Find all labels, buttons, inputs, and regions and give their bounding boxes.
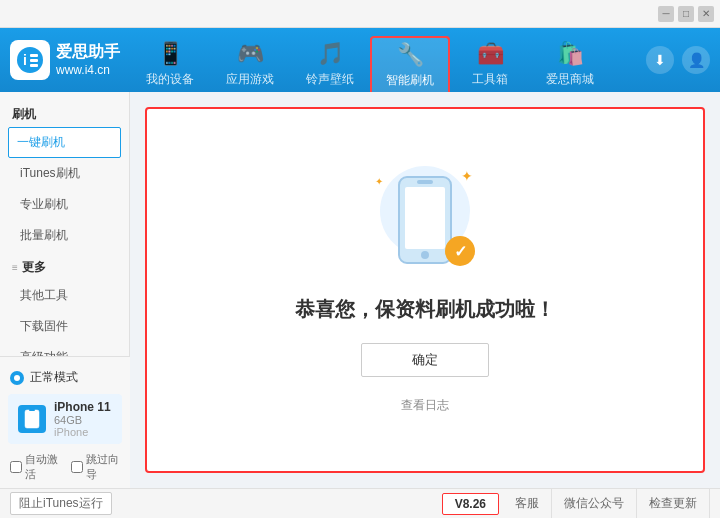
device-mode-label: 正常模式 [30,369,78,386]
device-info: iPhone 11 64GB iPhone [8,394,122,444]
tab-store[interactable]: 🛍️ 爱思商城 [530,36,610,92]
window-controls[interactable]: ─ □ ✕ [658,6,714,22]
apps-games-icon: 🎮 [237,41,264,67]
device-icon [18,405,46,433]
svg-rect-3 [30,59,38,62]
tab-apps-games-label: 应用游戏 [226,71,274,88]
stop-itunes-button[interactable]: 阻止iTunes运行 [10,492,112,515]
support-link[interactable]: 客服 [503,489,552,518]
nav-tabs: 📱 我的设备 🎮 应用游戏 🎵 铃声壁纸 🔧 智能刷机 🧰 工具箱 🛍️ 爱思商… [130,28,646,92]
smart-flash-icon: 🔧 [397,42,424,68]
tab-smart-flash[interactable]: 🔧 智能刷机 [370,36,450,92]
guide-mode-label: 跳过向导 [86,452,120,482]
auto-activate-label: 自动激活 [25,452,59,482]
sidebar-item-one-click-flash[interactable]: 一键刷机 [8,127,121,158]
more-section: ≡ 更多 [0,251,129,280]
sidebar-item-itunes-flash[interactable]: iTunes刷机 [0,158,129,189]
guide-mode-checkbox[interactable]: 跳过向导 [71,452,120,482]
toolbox-icon: 🧰 [477,41,504,67]
tab-my-device-label: 我的设备 [146,71,194,88]
tab-apps-games[interactable]: 🎮 应用游戏 [210,36,290,92]
svg-point-11 [421,251,429,259]
view-history-link[interactable]: 查看日志 [401,397,449,414]
tab-toolbox-label: 工具箱 [472,71,508,88]
device-type: iPhone [54,426,111,438]
tab-smart-flash-label: 智能刷机 [386,72,434,89]
logo: i 爱思助手 www.i4.cn [10,40,120,80]
ringtones-icon: 🎵 [317,41,344,67]
sidebar-item-batch-flash[interactable]: 批量刷机 [0,220,129,251]
success-title: 恭喜您，保资料刷机成功啦！ [295,296,555,323]
check-badge: ✓ [445,236,475,266]
tab-store-label: 爱思商城 [546,71,594,88]
sidebar-item-pro-flash[interactable]: 专业刷机 [0,189,129,220]
svg-point-5 [14,375,20,381]
header: i 爱思助手 www.i4.cn 📱 我的设备 🎮 应用游戏 🎵 铃声壁纸 🔧 … [0,28,720,92]
tab-ringtones-label: 铃声壁纸 [306,71,354,88]
header-right: ⬇ 👤 [646,46,710,74]
success-illustration: ✓ ✦ ✦ [375,166,475,276]
tab-toolbox[interactable]: 🧰 工具箱 [450,36,530,92]
confirm-button[interactable]: 确定 [361,343,489,377]
maximize-button[interactable]: □ [678,6,694,22]
device-details: iPhone 11 64GB iPhone [54,400,111,438]
version-badge[interactable]: V8.26 [442,493,499,515]
mode-dot-icon [10,371,24,385]
content-area: ✓ ✦ ✦ 恭喜您，保资料刷机成功啦！ 确定 查看日志 [130,92,720,488]
sparkle-icon-1: ✦ [461,168,473,184]
footer: 阻止iTunes运行 V8.26 客服 微信公众号 检查更新 [0,488,720,518]
svg-rect-2 [30,54,38,57]
sidebar-item-download-firmware[interactable]: 下载固件 [0,311,129,342]
sidebar-item-other-tools[interactable]: 其他工具 [0,280,129,311]
tab-my-device[interactable]: 📱 我的设备 [130,36,210,92]
content-inner: ✓ ✦ ✦ 恭喜您，保资料刷机成功啦！ 确定 查看日志 [145,107,705,473]
auto-controls: 自动激活 跳过向导 [0,446,130,488]
close-button[interactable]: ✕ [698,6,714,22]
more-label: 更多 [22,259,46,276]
my-device-icon: 📱 [157,41,184,67]
device-mode: 正常模式 [0,363,130,392]
guide-mode-input[interactable] [71,461,83,473]
sidebar: 刷机 一键刷机 iTunes刷机 专业刷机 批量刷机 ≡ 更多 其他工具 下载固… [0,92,130,488]
sparkle-icon-2: ✦ [375,176,383,187]
svg-text:i: i [23,52,27,68]
logo-text: 爱思助手 www.i4.cn [56,42,120,78]
svg-rect-4 [30,64,38,67]
minimize-button[interactable]: ─ [658,6,674,22]
tab-ringtones[interactable]: 🎵 铃声壁纸 [290,36,370,92]
flash-section-title: 刷机 [0,100,129,127]
account-button[interactable]: 👤 [682,46,710,74]
wechat-link[interactable]: 微信公众号 [552,489,637,518]
device-storage: 64GB [54,414,111,426]
store-icon: 🛍️ [557,41,584,67]
device-name: iPhone 11 [54,400,111,414]
svg-rect-9 [405,187,445,249]
check-update-link[interactable]: 检查更新 [637,489,710,518]
auto-activate-checkbox[interactable]: 自动激活 [10,452,59,482]
svg-rect-6 [25,410,39,428]
download-button[interactable]: ⬇ [646,46,674,74]
svg-rect-7 [29,409,35,411]
more-icon: ≡ [12,262,18,273]
logo-icon: i [10,40,50,80]
auto-activate-input[interactable] [10,461,22,473]
title-bar: ─ □ ✕ [0,0,720,28]
svg-rect-10 [417,180,433,184]
